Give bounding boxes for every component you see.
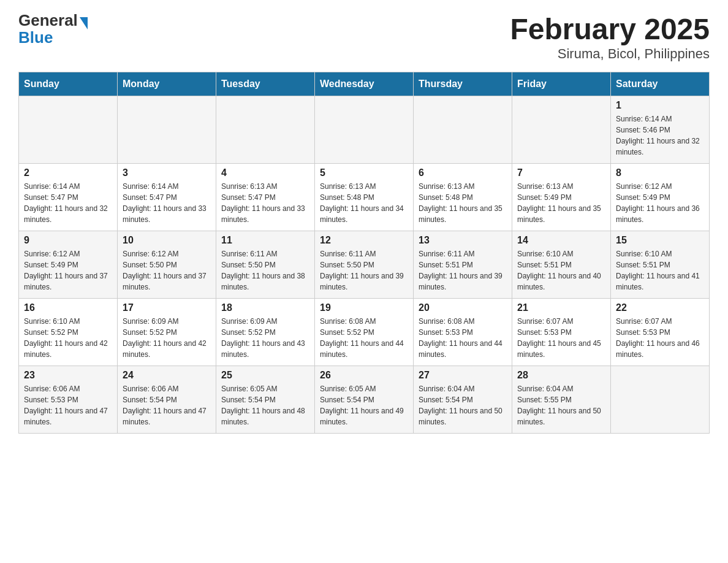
day-info: Sunrise: 6:05 AM Sunset: 5:54 PM Dayligh… [221, 383, 309, 427]
calendar-day-15: 15Sunrise: 6:10 AM Sunset: 5:51 PM Dayli… [611, 231, 710, 299]
day-info: Sunrise: 6:11 AM Sunset: 5:50 PM Dayligh… [320, 248, 408, 293]
calendar-week-row: 1Sunrise: 6:14 AM Sunset: 5:46 PM Daylig… [19, 96, 710, 164]
day-number: 16 [24, 302, 112, 313]
day-number: 26 [320, 370, 408, 381]
logo-triangle-icon [80, 17, 88, 29]
calendar-day-1: 1Sunrise: 6:14 AM Sunset: 5:46 PM Daylig… [611, 96, 710, 164]
calendar-day-8: 8Sunrise: 6:12 AM Sunset: 5:49 PM Daylig… [611, 164, 710, 231]
calendar-day-14: 14Sunrise: 6:10 AM Sunset: 5:51 PM Dayli… [512, 231, 611, 299]
calendar-day-16: 16Sunrise: 6:10 AM Sunset: 5:52 PM Dayli… [19, 299, 118, 366]
day-number: 4 [221, 167, 309, 178]
logo-blue-text: Blue [18, 28, 53, 47]
day-info: Sunrise: 6:11 AM Sunset: 5:50 PM Dayligh… [221, 248, 309, 293]
day-number: 17 [123, 302, 211, 313]
day-number: 7 [517, 167, 605, 178]
day-info: Sunrise: 6:10 AM Sunset: 5:52 PM Dayligh… [24, 316, 112, 360]
day-number: 10 [123, 235, 211, 246]
logo: General Blue [18, 12, 88, 45]
day-info: Sunrise: 6:09 AM Sunset: 5:52 PM Dayligh… [221, 316, 309, 360]
day-info: Sunrise: 6:07 AM Sunset: 5:53 PM Dayligh… [616, 316, 704, 360]
day-info: Sunrise: 6:10 AM Sunset: 5:51 PM Dayligh… [517, 248, 605, 293]
day-info: Sunrise: 6:05 AM Sunset: 5:54 PM Dayligh… [320, 383, 408, 427]
day-number: 19 [320, 302, 408, 313]
day-number: 25 [221, 370, 309, 381]
day-number: 22 [616, 302, 704, 313]
calendar-empty-cell [19, 96, 118, 164]
calendar-day-12: 12Sunrise: 6:11 AM Sunset: 5:50 PM Dayli… [315, 231, 414, 299]
page-header: General Blue February 2025 Siruma, Bicol… [18, 12, 710, 62]
day-number: 20 [419, 302, 507, 313]
calendar-day-5: 5Sunrise: 6:13 AM Sunset: 5:48 PM Daylig… [315, 164, 414, 231]
calendar-subtitle: Siruma, Bicol, Philippines [510, 46, 710, 62]
day-info: Sunrise: 6:08 AM Sunset: 5:53 PM Dayligh… [419, 316, 507, 360]
day-number: 15 [616, 235, 704, 246]
day-number: 14 [517, 235, 605, 246]
calendar-day-9: 9Sunrise: 6:12 AM Sunset: 5:49 PM Daylig… [19, 231, 118, 299]
calendar-title: February 2025 [510, 12, 710, 46]
calendar-day-19: 19Sunrise: 6:08 AM Sunset: 5:52 PM Dayli… [315, 299, 414, 366]
calendar-header-row: SundayMondayTuesdayWednesdayThursdayFrid… [19, 72, 710, 96]
calendar-day-10: 10Sunrise: 6:12 AM Sunset: 5:50 PM Dayli… [118, 231, 216, 299]
day-info: Sunrise: 6:14 AM Sunset: 5:47 PM Dayligh… [123, 181, 211, 225]
calendar-day-22: 22Sunrise: 6:07 AM Sunset: 5:53 PM Dayli… [611, 299, 710, 366]
day-number: 18 [221, 302, 309, 313]
weekday-header-thursday: Thursday [414, 72, 512, 96]
day-info: Sunrise: 6:04 AM Sunset: 5:54 PM Dayligh… [419, 383, 507, 427]
calendar-day-24: 24Sunrise: 6:06 AM Sunset: 5:54 PM Dayli… [118, 366, 216, 434]
calendar-empty-cell [512, 96, 611, 164]
day-info: Sunrise: 6:14 AM Sunset: 5:46 PM Dayligh… [616, 113, 704, 158]
day-info: Sunrise: 6:09 AM Sunset: 5:52 PM Dayligh… [123, 316, 211, 360]
calendar-day-7: 7Sunrise: 6:13 AM Sunset: 5:49 PM Daylig… [512, 164, 611, 231]
title-block: February 2025 Siruma, Bicol, Philippines [510, 12, 710, 62]
calendar-day-26: 26Sunrise: 6:05 AM Sunset: 5:54 PM Dayli… [315, 366, 414, 434]
calendar-week-row: 23Sunrise: 6:06 AM Sunset: 5:53 PM Dayli… [19, 366, 710, 434]
weekday-header-tuesday: Tuesday [216, 72, 315, 96]
day-info: Sunrise: 6:06 AM Sunset: 5:54 PM Dayligh… [123, 383, 211, 427]
day-info: Sunrise: 6:07 AM Sunset: 5:53 PM Dayligh… [517, 316, 605, 360]
calendar-empty-cell [118, 96, 216, 164]
calendar-day-28: 28Sunrise: 6:04 AM Sunset: 5:55 PM Dayli… [512, 366, 611, 434]
day-number: 27 [419, 370, 507, 381]
day-info: Sunrise: 6:08 AM Sunset: 5:52 PM Dayligh… [320, 316, 408, 360]
calendar-day-18: 18Sunrise: 6:09 AM Sunset: 5:52 PM Dayli… [216, 299, 315, 366]
day-info: Sunrise: 6:12 AM Sunset: 5:50 PM Dayligh… [123, 248, 211, 293]
day-number: 24 [123, 370, 211, 381]
calendar-empty-cell [315, 96, 414, 164]
day-info: Sunrise: 6:10 AM Sunset: 5:51 PM Dayligh… [616, 248, 704, 293]
calendar-week-row: 2Sunrise: 6:14 AM Sunset: 5:47 PM Daylig… [19, 164, 710, 231]
day-info: Sunrise: 6:13 AM Sunset: 5:49 PM Dayligh… [517, 181, 605, 225]
weekday-header-sunday: Sunday [19, 72, 118, 96]
calendar-day-27: 27Sunrise: 6:04 AM Sunset: 5:54 PM Dayli… [414, 366, 512, 434]
day-number: 13 [419, 235, 507, 246]
day-info: Sunrise: 6:13 AM Sunset: 5:48 PM Dayligh… [320, 181, 408, 225]
day-info: Sunrise: 6:14 AM Sunset: 5:47 PM Dayligh… [24, 181, 112, 225]
calendar-day-6: 6Sunrise: 6:13 AM Sunset: 5:48 PM Daylig… [414, 164, 512, 231]
calendar-empty-cell [414, 96, 512, 164]
weekday-header-wednesday: Wednesday [315, 72, 414, 96]
day-number: 12 [320, 235, 408, 246]
day-number: 11 [221, 235, 309, 246]
weekday-header-monday: Monday [118, 72, 216, 96]
day-number: 8 [616, 167, 704, 178]
day-info: Sunrise: 6:12 AM Sunset: 5:49 PM Dayligh… [616, 181, 704, 225]
calendar-day-13: 13Sunrise: 6:11 AM Sunset: 5:51 PM Dayli… [414, 231, 512, 299]
calendar-day-25: 25Sunrise: 6:05 AM Sunset: 5:54 PM Dayli… [216, 366, 315, 434]
day-info: Sunrise: 6:12 AM Sunset: 5:49 PM Dayligh… [24, 248, 112, 293]
logo-general-text: General [18, 11, 78, 29]
calendar-empty-cell [216, 96, 315, 164]
calendar-day-23: 23Sunrise: 6:06 AM Sunset: 5:53 PM Dayli… [19, 366, 118, 434]
day-number: 1 [616, 100, 704, 111]
day-info: Sunrise: 6:11 AM Sunset: 5:51 PM Dayligh… [419, 248, 507, 293]
calendar-day-3: 3Sunrise: 6:14 AM Sunset: 5:47 PM Daylig… [118, 164, 216, 231]
day-info: Sunrise: 6:13 AM Sunset: 5:47 PM Dayligh… [221, 181, 309, 225]
day-number: 9 [24, 235, 112, 246]
day-number: 21 [517, 302, 605, 313]
day-number: 28 [517, 370, 605, 381]
calendar-day-17: 17Sunrise: 6:09 AM Sunset: 5:52 PM Dayli… [118, 299, 216, 366]
weekday-header-saturday: Saturday [611, 72, 710, 96]
day-number: 6 [419, 167, 507, 178]
day-number: 5 [320, 167, 408, 178]
calendar-day-4: 4Sunrise: 6:13 AM Sunset: 5:47 PM Daylig… [216, 164, 315, 231]
calendar-empty-cell [611, 366, 710, 434]
calendar-week-row: 9Sunrise: 6:12 AM Sunset: 5:49 PM Daylig… [19, 231, 710, 299]
